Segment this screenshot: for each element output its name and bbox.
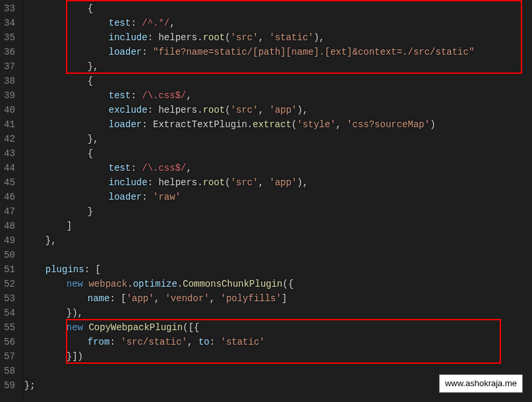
code-line[interactable]: test: /\.css$/, <box>22 161 532 175</box>
code-token: CopyWebpackPlugin <box>88 322 183 333</box>
code-token: 'static' <box>269 32 313 43</box>
code-line[interactable]: plugins: [ <box>22 262 532 277</box>
code-line[interactable]: loader: "file?name=static/[path][name].[… <box>22 45 532 59</box>
code-line[interactable]: include: helpers.root('src', 'static'), <box>22 30 532 45</box>
code-token: ), <box>297 177 309 188</box>
line-number: 35 <box>4 30 15 45</box>
code-editor[interactable]: 3334353637383940414243444546474849505152… <box>0 0 532 402</box>
code-line[interactable]: }, <box>22 233 532 248</box>
line-number: 42 <box>4 132 15 146</box>
code-token: . <box>177 279 183 289</box>
line-number: 57 <box>4 349 15 364</box>
code-line[interactable]: { <box>22 1 532 16</box>
code-token: }]) <box>67 351 83 362</box>
code-token: ({ <box>283 279 294 289</box>
code-token: , <box>258 177 270 188</box>
code-line[interactable]: { <box>22 146 532 161</box>
code-token: "file?name=static/[path][name].[ext]&con… <box>153 47 474 57</box>
line-number: 54 <box>4 306 15 320</box>
code-token: loader <box>109 192 142 202</box>
code-line[interactable]: exclude: helpers.root('src', 'app'), <box>22 103 532 117</box>
code-token: 'app' <box>269 105 297 115</box>
code-token: root <box>203 105 225 115</box>
code-token: 'src' <box>231 105 258 115</box>
code-token: ( <box>225 32 230 43</box>
line-number: 34 <box>4 16 15 30</box>
line-number: 49 <box>4 233 15 248</box>
line-number: 41 <box>4 117 15 132</box>
line-number: 33 <box>4 1 15 16</box>
code-token: : <box>131 163 142 173</box>
line-number: 44 <box>4 161 15 175</box>
line-number: 56 <box>4 335 15 349</box>
code-token: : <box>131 18 142 28</box>
line-number: 45 <box>4 175 15 190</box>
code-token: : <box>210 337 221 347</box>
code-line[interactable]: test: /\.css$/, <box>22 88 532 103</box>
code-line[interactable]: loader: ExtractTextPlugin.extract('style… <box>22 117 532 132</box>
code-line[interactable]: ] <box>22 219 532 233</box>
code-token: name <box>88 293 110 304</box>
code-line[interactable]: { <box>22 74 532 88</box>
code-token: 'src/static' <box>121 337 187 347</box>
line-number: 40 <box>4 103 15 117</box>
code-token: loader <box>109 47 142 57</box>
line-number: 58 <box>4 364 15 378</box>
code-line[interactable]: from: 'src/static', to: 'static' <box>22 335 532 349</box>
code-line[interactable] <box>22 248 532 262</box>
code-token: : <box>142 47 153 57</box>
code-token: root <box>203 32 225 43</box>
code-token: plugins <box>45 264 84 275</box>
code-token: { <box>88 148 93 159</box>
line-number: 37 <box>4 59 15 74</box>
code-token: from <box>88 337 110 347</box>
code-token: 'raw' <box>153 192 181 202</box>
code-token: ] <box>281 293 287 304</box>
code-area[interactable]: {test: /^.*/,include: helpers.root('src'… <box>22 0 532 402</box>
line-number: 53 <box>4 291 15 306</box>
code-token: extract <box>252 119 291 130</box>
code-token: test <box>109 90 131 101</box>
line-number: 50 <box>4 248 15 262</box>
code-token: : ExtractTextPlugin. <box>142 119 252 130</box>
line-number: 36 <box>4 45 15 59</box>
code-token: 'polyfills' <box>221 293 281 304</box>
code-token: : [ <box>84 264 101 275</box>
code-line[interactable]: new CopyWebpackPlugin([{ <box>22 320 532 335</box>
code-token: test <box>109 163 131 173</box>
code-line[interactable]: loader: 'raw' <box>22 190 532 204</box>
code-token: 'style' <box>297 119 336 130</box>
code-token: include <box>109 32 148 43</box>
code-token: 'static' <box>221 337 265 347</box>
code-token: ), <box>297 105 309 115</box>
code-line[interactable]: }]) <box>22 349 532 364</box>
line-number: 39 <box>4 88 15 103</box>
code-token: new <box>67 322 89 333</box>
code-token: : <box>142 192 153 202</box>
code-line[interactable]: include: helpers.root('src', 'app'), <box>22 175 532 190</box>
code-token: , <box>258 105 270 115</box>
code-line[interactable]: name: ['app', 'vendor', 'polyfills'] <box>22 291 532 306</box>
code-line[interactable]: new webpack.optimize.CommonsChunkPlugin(… <box>22 277 532 291</box>
code-token: }, <box>88 134 99 144</box>
code-token: , <box>258 32 270 43</box>
code-token: , <box>186 163 191 173</box>
code-token: 'app' <box>127 293 154 304</box>
code-token: loader <box>109 119 142 130</box>
line-number: 52 <box>4 277 15 291</box>
code-token: 'src' <box>231 177 258 188</box>
code-token: : <box>131 90 142 101</box>
code-token: new <box>67 279 89 289</box>
code-token: optimize <box>133 279 177 289</box>
code-token: { <box>88 76 93 86</box>
code-token: ([{ <box>183 322 199 333</box>
code-line[interactable]: test: /^.*/, <box>22 16 532 30</box>
code-line[interactable]: }), <box>22 306 532 320</box>
code-token: , <box>210 293 221 304</box>
code-line[interactable]: } <box>22 204 532 219</box>
code-token: test <box>109 18 131 28</box>
code-line[interactable]: }, <box>22 59 532 74</box>
code-token: ( <box>225 105 230 115</box>
code-token: }), <box>67 308 83 318</box>
code-line[interactable]: }, <box>22 132 532 146</box>
